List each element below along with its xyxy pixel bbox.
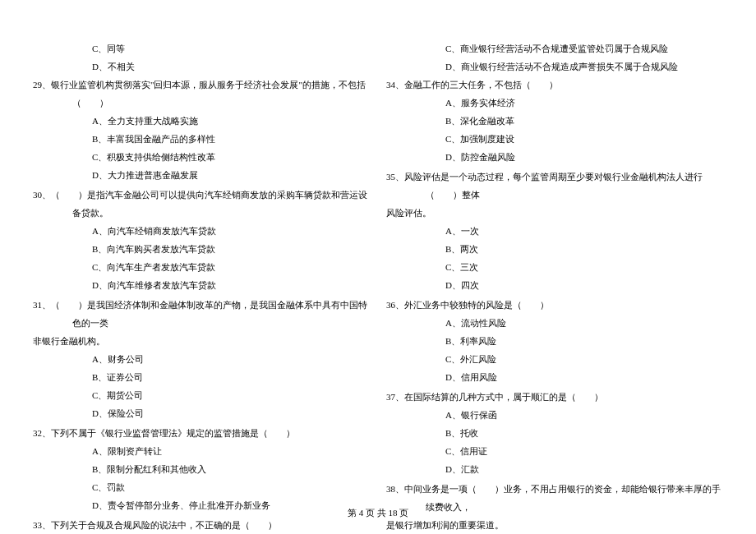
option: A、向汽车经销商发放汽车贷款 [33, 222, 370, 240]
orphan-option: C、商业银行经营活动不合规遭受监管处罚属于合规风险 [386, 39, 723, 58]
question-29: 29、银行业监管机构贯彻落实"回归本源，服从服务于经济社会发展"的措施，不包括（… [33, 76, 370, 184]
page-footer: 第 4 页 共 18 页 [0, 507, 756, 519]
option: B、证券公司 [33, 368, 370, 386]
question-text: 29、银行业监管机构贯彻落实"回归本源，服从服务于经济社会发展"的措施，不包括（… [33, 76, 370, 112]
option: C、罚款 [33, 478, 370, 496]
orphan-option: D、商业银行经营活动不合规造成声誉损失不属于合规风险 [386, 58, 723, 76]
option: C、外汇风险 [386, 350, 723, 368]
option: C、积极支持供给侧结构性改革 [33, 148, 370, 166]
option: C、信用证 [386, 442, 723, 460]
option: C、三次 [386, 258, 723, 276]
question-continuation: 非银行金融机构。 [33, 332, 370, 350]
question-32: 32、下列不属于《银行业监督管理法》规定的监管措施是（ ） A、限制资产转让 B… [33, 424, 370, 514]
option: D、汇款 [386, 460, 723, 478]
question-36: 36、外汇业务中较独特的风险是（ ） A、流动性风险 B、利率风险 C、外汇风险… [386, 296, 723, 386]
question-text: 35、风险评估是一个动态过程，每个监管周期至少要对银行业金融机构法人进行（ ）整… [386, 168, 723, 204]
option: D、保险公司 [33, 404, 370, 422]
question-text: 32、下列不属于《银行业监督管理法》规定的监管措施是（ ） [33, 424, 370, 442]
option: D、防控金融风险 [386, 148, 723, 166]
orphan-option: D、不相关 [33, 58, 370, 76]
question-35: 35、风险评估是一个动态过程，每个监管周期至少要对银行业金融机构法人进行（ ）整… [386, 168, 723, 294]
option: B、两次 [386, 240, 723, 258]
option: D、大力推进普惠金融发展 [33, 166, 370, 184]
option: D、信用风险 [386, 368, 723, 386]
option: B、深化金融改革 [386, 112, 723, 130]
option: A、银行保函 [386, 406, 723, 424]
option: D、向汽车维修者发放汽车贷款 [33, 276, 370, 294]
option: A、流动性风险 [386, 314, 723, 332]
option: A、一次 [386, 222, 723, 240]
question-continuation: 风险评估。 [386, 204, 723, 222]
question-text: 34、金融工作的三大任务，不包括（ ） [386, 76, 723, 94]
option: B、利率风险 [386, 332, 723, 350]
question-34: 34、金融工作的三大任务，不包括（ ） A、服务实体经济 B、深化金融改革 C、… [386, 76, 723, 166]
question-text: 37、在国际结算的几种方式中，属于顺汇的是（ ） [386, 388, 723, 406]
option: A、全力支持重大战略实施 [33, 112, 370, 130]
option: A、财务公司 [33, 350, 370, 368]
option: C、加强制度建设 [386, 130, 723, 148]
question-31: 31、（ ）是我国经济体制和金融体制改革的产物，是我国金融体系中具有中国特色的一… [33, 296, 370, 422]
question-text: 31、（ ）是我国经济体制和金融体制改革的产物，是我国金融体系中具有中国特色的一… [33, 296, 370, 332]
question-text: 30、（ ）是指汽车金融公司可以提供向汽车经销商发放的采购车辆贷款和营运设备贷款… [33, 186, 370, 222]
option: B、限制分配红利和其他收入 [33, 460, 370, 478]
question-text: 36、外汇业务中较独特的风险是（ ） [386, 296, 723, 314]
option: B、托收 [386, 424, 723, 442]
option: C、向汽车生产者发放汽车贷款 [33, 258, 370, 276]
option: A、服务实体经济 [386, 94, 723, 112]
right-column: C、商业银行经营活动不合规遭受监管处罚属于合规风险 D、商业银行经营活动不合规造… [378, 39, 731, 534]
option: B、丰富我国金融产品的多样性 [33, 130, 370, 148]
question-37: 37、在国际结算的几种方式中，属于顺汇的是（ ） A、银行保函 B、托收 C、信… [386, 388, 723, 478]
page-content: C、同等 D、不相关 29、银行业监管机构贯彻落实"回归本源，服从服务于经济社会… [0, 0, 756, 534]
orphan-option: C、同等 [33, 39, 370, 58]
left-column: C、同等 D、不相关 29、银行业监管机构贯彻落实"回归本源，服从服务于经济社会… [25, 39, 378, 534]
option: D、四次 [386, 276, 723, 294]
question-30: 30、（ ）是指汽车金融公司可以提供向汽车经销商发放的采购车辆贷款和营运设备贷款… [33, 186, 370, 294]
option: B、向汽车购买者发放汽车贷款 [33, 240, 370, 258]
option: C、期货公司 [33, 386, 370, 404]
option: A、限制资产转让 [33, 442, 370, 460]
